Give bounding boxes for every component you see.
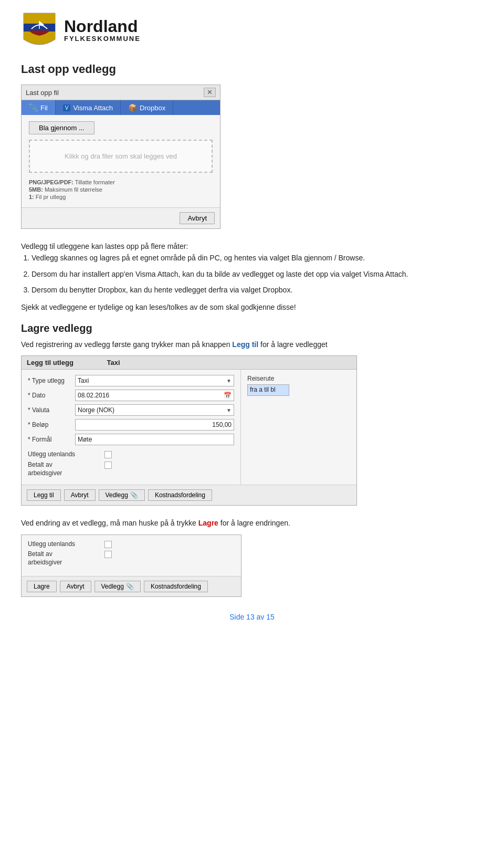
tab-dropbox[interactable]: 📦 Dropbox [121, 100, 173, 115]
tab-visma-attach[interactable]: V Visma Attach [56, 100, 121, 115]
checkbox2-utenlands-label: Utlegg utenlands [28, 540, 101, 549]
form-title-left: Legg til utlegg [27, 359, 74, 366]
logo-text: Nordland FYLKESKOMMUNE [64, 18, 141, 43]
page-title: Last opp vedlegg [21, 62, 483, 76]
legg-til-highlight: Legg til [232, 340, 258, 349]
dato-value: 08.02.2016 [78, 392, 109, 399]
endring-text: Ved endring av et vedlegg, må man huske … [21, 517, 483, 529]
tab-visma-label: Visma Attach [73, 104, 113, 112]
checkbox-betalt[interactable] [104, 462, 112, 469]
paperclip-icon: 📎 [29, 103, 38, 112]
reiserute-input[interactable]: fra a til bl [247, 384, 289, 396]
logo-container: Nordland FYLKESKOMMUNE [21, 11, 141, 50]
form-dialog2-footer: Lagre Avbryt Vedlegg 📎 Kostnadsfordeling [22, 576, 241, 596]
dialog-title-bar: Last opp fil ✕ [22, 85, 220, 100]
file-size-info: 5MB: Maksimum fil størrelse [29, 186, 213, 193]
checkbox-utenlands[interactable] [104, 451, 112, 458]
form-right: Reiserute fra a til bl [241, 370, 356, 485]
formal-value: Møte [78, 436, 92, 443]
list-item-1: Vedlegg skannes og lagres på et egnet om… [32, 252, 483, 264]
dialog-footer: Avbryt [22, 207, 220, 228]
form-dialog2-content: Utlegg utenlands Betalt avarbeidsgiver [22, 535, 241, 577]
paperclip-icon-3: 📎 [126, 583, 134, 590]
label-dato: * Dato [28, 392, 75, 399]
dialog-body: Bla gjennom ... Klikk og dra filer som s… [22, 115, 220, 207]
lagre-intro-text: Ved registrering av vedlegg første gang … [21, 340, 230, 349]
lagre-intro-text2: for å lagre vedlegget [260, 340, 328, 349]
checkbox-utenlands-label: Utlegg utenlands [28, 450, 101, 459]
visma-icon: V [63, 104, 71, 111]
checkbox2-betalt[interactable] [104, 551, 112, 558]
footer-text: Side 13 av 15 [229, 613, 275, 621]
avbryt-button[interactable]: Avbryt [180, 212, 215, 224]
lagre-highlight: Lagre [198, 519, 218, 527]
reiserute-value: fra a til bl [250, 386, 276, 393]
valuta-value: Norge (NOK) [78, 406, 114, 414]
vedlegg-button[interactable]: Vedlegg 📎 [99, 489, 145, 501]
kostnadsfordeling-button-2[interactable]: Kostnadsfordeling [144, 581, 208, 592]
form-left: * Type utlegg Taxi ▼ * Dato 08.02.2016 📅… [22, 370, 241, 485]
endring-pre: Ved endring av et vedlegg, må man huske … [21, 519, 196, 527]
upload-dialog: Last opp fil ✕ 📎 Fil V Visma Attach 📦 Dr… [21, 85, 220, 229]
lagre-section-heading: Lagre vedlegg [21, 322, 483, 334]
avbryt-form-button[interactable]: Avbryt [64, 489, 96, 501]
legg-til-button[interactable]: Legg til [27, 489, 61, 501]
dropbox-icon: 📦 [128, 103, 137, 112]
label-type: * Type utlegg [28, 377, 75, 384]
dialog-title-text: Last opp fil [26, 89, 59, 97]
tab-fil[interactable]: 📎 Fil [22, 100, 56, 115]
legg-til-dialog: Legg til utlegg Taxi * Type utlegg Taxi … [21, 355, 357, 506]
avbryt-button-2[interactable]: Avbryt [60, 581, 91, 592]
lagre-dialog: Utlegg utenlands Betalt avarbeidsgiver L… [21, 534, 242, 598]
input-belop[interactable]: 150,00 [75, 419, 234, 431]
list-item-3: Dersom du benytter Dropbox, kan du hente… [32, 284, 483, 296]
form-row-valuta: * Valuta Norge (NOK) ▼ [28, 404, 234, 416]
tab-fil-label: Fil [40, 104, 48, 112]
select-type[interactable]: Taxi ▼ [75, 375, 234, 386]
logo-name: Nordland [64, 18, 141, 35]
vedlegg-button-2[interactable]: Vedlegg 📎 [94, 581, 141, 592]
input-dato[interactable]: 08.02.2016 📅 [75, 390, 234, 401]
vedlegg-label-2: Vedlegg [101, 583, 124, 590]
file-format-info: PNG/JPEG/PDF: Tillatte formater [29, 179, 213, 185]
checkbox2-betalt-row: Betalt avarbeidsgiver [28, 550, 235, 567]
chevron-down-icon-2: ▼ [226, 407, 232, 413]
select-valuta[interactable]: Norge (NOK) ▼ [75, 404, 234, 416]
reiserute-label: Reiserute [247, 375, 350, 382]
label-valuta: * Valuta [28, 406, 75, 414]
tab-bar: 📎 Fil V Visma Attach 📦 Dropbox [22, 100, 220, 115]
tab-dropbox-label: Dropbox [140, 104, 165, 112]
input-formal[interactable]: Møte [75, 434, 234, 445]
body-list: Vedlegg skannes og lagres på et egnet om… [32, 252, 483, 296]
calendar-icon: 📅 [224, 392, 232, 399]
form-row-type: * Type utlegg Taxi ▼ [28, 375, 234, 386]
page-footer: Side 13 av 15 [21, 613, 483, 621]
list-item-2: Dersom du har installert app'en Visma At… [32, 268, 483, 280]
label-belop: * Beløp [28, 421, 75, 428]
checkbox-section-2: Utlegg utenlands Betalt avarbeidsgiver [28, 540, 235, 567]
paperclip-icon-2: 📎 [130, 491, 138, 499]
form-dialog-title: Legg til utlegg Taxi [22, 356, 356, 370]
checkbox2-betalt-label: Betalt avarbeidsgiver [28, 550, 101, 567]
form-row-dato: * Dato 08.02.2016 📅 [28, 390, 234, 401]
form-row-belop: * Beløp 150,00 [28, 419, 234, 431]
checkbox-section: Utlegg utenlands Betalt avarbeidsgiver [28, 450, 234, 477]
label-formal: * Formål [28, 436, 75, 443]
lagre-button[interactable]: Lagre [27, 581, 57, 592]
header: Nordland FYLKESKOMMUNE [21, 11, 483, 50]
form-dialog-footer: Legg til Avbryt Vedlegg 📎 Kostnadsfordel… [22, 485, 356, 505]
endring-post: for å lagre endringen. [220, 519, 290, 527]
checkbox-betalt-label: Betalt avarbeidsgiver [28, 461, 101, 477]
checkbox2-utenlands-row: Utlegg utenlands [28, 540, 235, 549]
checkbox-betalt-row: Betalt avarbeidsgiver [28, 461, 234, 477]
checkbox2-utenlands[interactable] [104, 541, 112, 548]
dialog-close-button[interactable]: ✕ [204, 88, 216, 97]
browse-button[interactable]: Bla gjennom ... [29, 121, 94, 134]
belop-value: 150,00 [212, 421, 232, 428]
form-title-right: Taxi [107, 359, 120, 366]
drop-zone[interactable]: Klikk og dra filer som skal legges ved [29, 140, 213, 173]
body-intro: Vedlegg til utleggene kan lastes opp på … [21, 240, 483, 313]
chevron-down-icon: ▼ [226, 378, 232, 384]
lagre-intro: Ved registrering av vedlegg første gang … [21, 339, 483, 350]
kostnadsfordeling-button[interactable]: Kostnadsfordeling [148, 489, 212, 501]
